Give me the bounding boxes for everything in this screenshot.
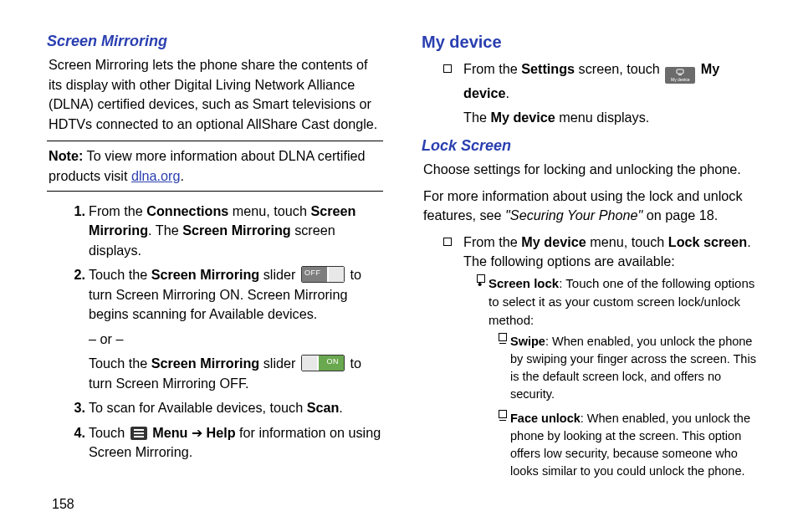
note-after: .: [180, 168, 184, 183]
dlna-link[interactable]: dlna.org: [131, 168, 181, 183]
note-text: To view more information about DLNA cert…: [49, 148, 366, 182]
lock-more: For more information about using the loc…: [423, 187, 758, 226]
step-4: 4. Touch Menu ➔ Help for information on …: [69, 423, 383, 463]
step-number: 1.: [69, 202, 85, 221]
slider-off-icon: [301, 266, 345, 283]
step-number: 3.: [69, 398, 85, 417]
step-number: 2.: [69, 265, 85, 284]
screen-mirroring-heading: Screen Mirroring: [47, 30, 383, 52]
step-1: 1. From the Connections menu, touch Scre…: [69, 202, 383, 260]
steps-list-cont: 3. To scan for Available devices, touch …: [69, 398, 383, 462]
slider-on-icon: [301, 355, 345, 371]
step-3: 3. To scan for Available devices, touch …: [69, 398, 383, 417]
step-number: 4.: [69, 423, 85, 442]
lock-screen-heading: Lock Screen: [422, 135, 758, 156]
list-item: Swipe: When enabled, you unlock the phon…: [499, 333, 758, 403]
my-device-heading: My device: [422, 30, 758, 54]
menu-icon: [130, 427, 147, 440]
svg-rect-0: [677, 69, 683, 74]
note-label: Note:: [49, 148, 83, 163]
screen-mirroring-intro: Screen Mirroring lets the phone share th…: [49, 55, 383, 134]
page-content: Screen Mirroring Screen Mirroring lets t…: [0, 0, 798, 499]
steps-list: 1. From the Connections menu, touch Scre…: [69, 202, 383, 325]
step-2-alt: Touch the Screen Mirroring slider to tur…: [89, 354, 383, 393]
lock-intro: Choose settings for locking and unlockin…: [423, 160, 758, 179]
page-number: 158: [52, 497, 74, 512]
my-device-icon: My device: [665, 67, 695, 84]
note-box: Note: To view more information about DLN…: [47, 141, 383, 192]
svg-rect-1: [678, 74, 682, 75]
my-device-bullet: From the Settings screen, touch My devic…: [443, 59, 758, 128]
list-item: From the Settings screen, touch My devic…: [443, 59, 758, 128]
step-2-or: – or –: [89, 330, 383, 349]
step-2: 2. Touch the Screen Mirroring slider to …: [69, 265, 383, 324]
